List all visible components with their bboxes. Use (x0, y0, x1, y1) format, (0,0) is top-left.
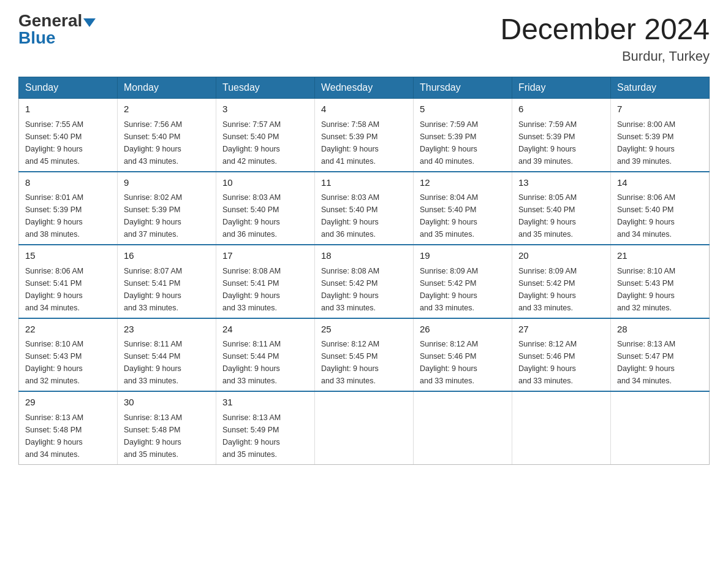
calendar-cell (414, 391, 512, 464)
day-info: Sunrise: 8:13 AMSunset: 5:47 PMDaylight:… (617, 338, 703, 387)
calendar-cell: 21Sunrise: 8:10 AMSunset: 5:43 PMDayligh… (611, 245, 710, 318)
day-number: 21 (617, 249, 703, 263)
day-info: Sunrise: 8:02 AMSunset: 5:39 PMDaylight:… (124, 191, 210, 240)
day-number: 4 (321, 102, 407, 117)
day-number: 15 (25, 249, 111, 263)
day-number: 9 (124, 176, 210, 190)
day-number: 26 (420, 323, 506, 337)
day-number: 17 (222, 249, 308, 263)
calendar-cell: 3Sunrise: 7:57 AMSunset: 5:40 PMDaylight… (216, 99, 315, 172)
day-number: 12 (420, 176, 506, 190)
day-number: 23 (124, 323, 210, 337)
day-info: Sunrise: 8:09 AMSunset: 5:42 PMDaylight:… (518, 265, 604, 314)
calendar-cell: 23Sunrise: 8:11 AMSunset: 5:44 PMDayligh… (118, 318, 216, 392)
calendar-cell: 22Sunrise: 8:10 AMSunset: 5:43 PMDayligh… (19, 318, 118, 392)
day-info: Sunrise: 7:58 AMSunset: 5:39 PMDaylight:… (321, 118, 407, 167)
weekday-header-sunday: Sunday (19, 77, 118, 99)
day-number: 8 (25, 176, 111, 190)
day-number: 29 (25, 396, 111, 410)
day-info: Sunrise: 8:12 AMSunset: 5:46 PMDaylight:… (420, 338, 506, 387)
day-number: 31 (222, 396, 308, 410)
day-number: 25 (321, 323, 407, 337)
title-section: December 2024 Burdur, Turkey (500, 12, 710, 64)
calendar-cell: 14Sunrise: 8:06 AMSunset: 5:40 PMDayligh… (611, 172, 710, 245)
day-number: 20 (518, 249, 604, 263)
day-info: Sunrise: 8:10 AMSunset: 5:43 PMDaylight:… (25, 338, 111, 387)
day-info: Sunrise: 7:55 AMSunset: 5:40 PMDaylight:… (25, 118, 111, 167)
day-number: 18 (321, 249, 407, 263)
day-number: 16 (124, 249, 210, 263)
day-info: Sunrise: 8:10 AMSunset: 5:43 PMDaylight:… (617, 265, 703, 314)
calendar-cell: 30Sunrise: 8:13 AMSunset: 5:48 PMDayligh… (118, 391, 216, 464)
day-info: Sunrise: 8:04 AMSunset: 5:40 PMDaylight:… (420, 191, 506, 240)
day-info: Sunrise: 8:09 AMSunset: 5:42 PMDaylight:… (420, 265, 506, 314)
logo-triangle-icon (83, 18, 96, 27)
calendar-cell: 2Sunrise: 7:56 AMSunset: 5:40 PMDaylight… (118, 99, 216, 172)
weekday-header-saturday: Saturday (611, 77, 710, 99)
calendar-cell: 24Sunrise: 8:11 AMSunset: 5:44 PMDayligh… (216, 318, 315, 392)
day-info: Sunrise: 7:59 AMSunset: 5:39 PMDaylight:… (518, 118, 604, 167)
logo-blue-text: Blue (18, 28, 56, 47)
day-info: Sunrise: 7:57 AMSunset: 5:40 PMDaylight:… (222, 118, 308, 167)
logo: General Blue (18, 12, 96, 47)
calendar-cell: 16Sunrise: 8:07 AMSunset: 5:41 PMDayligh… (118, 245, 216, 318)
calendar-table: SundayMondayTuesdayWednesdayThursdayFrid… (18, 77, 710, 465)
day-info: Sunrise: 8:13 AMSunset: 5:49 PMDaylight:… (222, 412, 308, 461)
weekday-header-row: SundayMondayTuesdayWednesdayThursdayFrid… (19, 77, 710, 99)
logo-general-text: General (18, 11, 82, 30)
calendar-week-row: 1Sunrise: 7:55 AMSunset: 5:40 PMDaylight… (19, 99, 710, 172)
day-info: Sunrise: 8:05 AMSunset: 5:40 PMDaylight:… (518, 191, 604, 240)
calendar-cell: 31Sunrise: 8:13 AMSunset: 5:49 PMDayligh… (216, 391, 315, 464)
day-info: Sunrise: 8:11 AMSunset: 5:44 PMDaylight:… (124, 338, 210, 387)
day-number: 30 (124, 396, 210, 410)
weekday-header-tuesday: Tuesday (216, 77, 315, 99)
day-info: Sunrise: 8:12 AMSunset: 5:46 PMDaylight:… (518, 338, 604, 387)
calendar-cell: 9Sunrise: 8:02 AMSunset: 5:39 PMDaylight… (118, 172, 216, 245)
calendar-cell: 12Sunrise: 8:04 AMSunset: 5:40 PMDayligh… (414, 172, 512, 245)
day-number: 11 (321, 176, 407, 190)
calendar-cell: 18Sunrise: 8:08 AMSunset: 5:42 PMDayligh… (315, 245, 414, 318)
day-number: 24 (222, 323, 308, 337)
calendar-cell: 10Sunrise: 8:03 AMSunset: 5:40 PMDayligh… (216, 172, 315, 245)
day-number: 28 (617, 323, 703, 337)
day-info: Sunrise: 8:11 AMSunset: 5:44 PMDaylight:… (222, 338, 308, 387)
day-info: Sunrise: 8:08 AMSunset: 5:42 PMDaylight:… (321, 265, 407, 314)
weekday-header-wednesday: Wednesday (315, 77, 414, 99)
day-number: 7 (617, 102, 703, 117)
day-number: 22 (25, 323, 111, 337)
weekday-header-friday: Friday (512, 77, 611, 99)
calendar-cell: 15Sunrise: 8:06 AMSunset: 5:41 PMDayligh… (19, 245, 118, 318)
calendar-cell: 4Sunrise: 7:58 AMSunset: 5:39 PMDaylight… (315, 99, 414, 172)
logo-general-line: General (18, 12, 96, 29)
calendar-week-row: 22Sunrise: 8:10 AMSunset: 5:43 PMDayligh… (19, 318, 710, 392)
day-number: 14 (617, 176, 703, 190)
day-number: 19 (420, 249, 506, 263)
day-number: 2 (124, 102, 210, 117)
calendar-cell: 7Sunrise: 8:00 AMSunset: 5:39 PMDaylight… (611, 99, 710, 172)
calendar-cell: 6Sunrise: 7:59 AMSunset: 5:39 PMDaylight… (512, 99, 611, 172)
calendar-cell (512, 391, 611, 464)
day-number: 5 (420, 102, 506, 117)
day-info: Sunrise: 7:59 AMSunset: 5:39 PMDaylight:… (420, 118, 506, 167)
day-number: 6 (518, 102, 604, 117)
calendar-cell: 1Sunrise: 7:55 AMSunset: 5:40 PMDaylight… (19, 99, 118, 172)
day-info: Sunrise: 8:13 AMSunset: 5:48 PMDaylight:… (25, 412, 111, 461)
calendar-cell: 27Sunrise: 8:12 AMSunset: 5:46 PMDayligh… (512, 318, 611, 392)
calendar-cell: 19Sunrise: 8:09 AMSunset: 5:42 PMDayligh… (414, 245, 512, 318)
calendar-cell: 11Sunrise: 8:03 AMSunset: 5:40 PMDayligh… (315, 172, 414, 245)
calendar-cell: 26Sunrise: 8:12 AMSunset: 5:46 PMDayligh… (414, 318, 512, 392)
calendar-cell: 25Sunrise: 8:12 AMSunset: 5:45 PMDayligh… (315, 318, 414, 392)
calendar-cell: 5Sunrise: 7:59 AMSunset: 5:39 PMDaylight… (414, 99, 512, 172)
day-info: Sunrise: 8:12 AMSunset: 5:45 PMDaylight:… (321, 338, 407, 387)
calendar-week-row: 15Sunrise: 8:06 AMSunset: 5:41 PMDayligh… (19, 245, 710, 318)
day-info: Sunrise: 8:03 AMSunset: 5:40 PMDaylight:… (222, 191, 308, 240)
weekday-header-thursday: Thursday (414, 77, 512, 99)
day-info: Sunrise: 8:13 AMSunset: 5:48 PMDaylight:… (124, 412, 210, 461)
day-number: 1 (25, 102, 111, 117)
day-info: Sunrise: 8:03 AMSunset: 5:40 PMDaylight:… (321, 191, 407, 240)
day-number: 27 (518, 323, 604, 337)
calendar-cell: 17Sunrise: 8:08 AMSunset: 5:41 PMDayligh… (216, 245, 315, 318)
calendar-cell: 29Sunrise: 8:13 AMSunset: 5:48 PMDayligh… (19, 391, 118, 464)
month-title: December 2024 (500, 12, 710, 46)
day-info: Sunrise: 8:06 AMSunset: 5:40 PMDaylight:… (617, 191, 703, 240)
